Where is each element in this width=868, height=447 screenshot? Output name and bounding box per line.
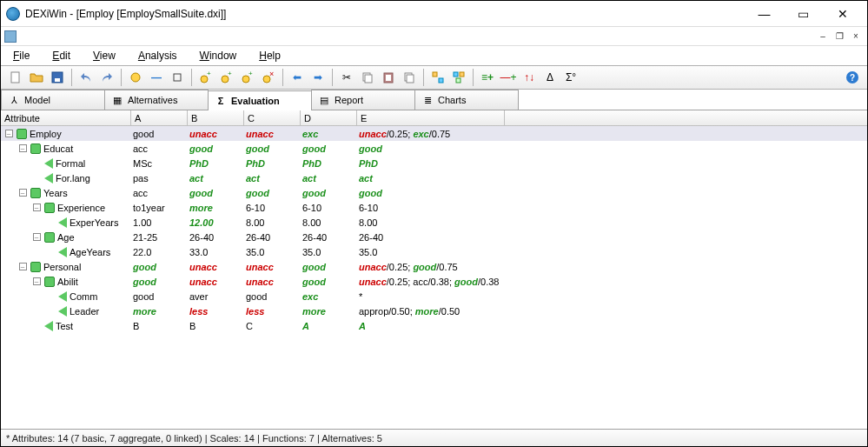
value-cell[interactable]: unacc (188, 262, 244, 272)
value-cell[interactable]: 22.0 (131, 247, 188, 257)
mdi-minimize-button[interactable]: – (815, 30, 831, 43)
value-cell[interactable]: act (301, 173, 357, 183)
header-E[interactable]: E (357, 110, 505, 125)
value-cell[interactable]: 8.00 (357, 217, 505, 228)
value-cell[interactable]: good (244, 188, 301, 198)
header-attribute[interactable]: Attribute (1, 110, 131, 125)
value-cell[interactable]: unacc (188, 277, 244, 287)
attribute-cell[interactable]: AgeYears (1, 246, 131, 258)
help-icon[interactable]: ? (843, 68, 862, 87)
value-cell[interactable]: good (131, 129, 188, 139)
minimize-button[interactable]: — (745, 2, 784, 26)
value-cell[interactable]: act (357, 173, 505, 183)
save-icon[interactable] (48, 68, 67, 87)
add-sibling-before-icon[interactable]: + (196, 68, 215, 87)
collapse-toggle-icon[interactable]: – (33, 233, 41, 241)
value-cell[interactable]: good (131, 262, 188, 272)
tab-charts[interactable]: ≣ Charts (414, 90, 519, 110)
new-icon[interactable] (6, 68, 25, 87)
value-cell[interactable]: 8.00 (244, 217, 301, 228)
attribute-cell[interactable]: –Personal (1, 261, 131, 273)
menu-window[interactable]: Window (195, 48, 242, 63)
value-cell[interactable]: 35.0 (301, 247, 357, 257)
value-cell[interactable]: 6-10 (357, 203, 505, 213)
menu-edit[interactable]: Edit (47, 48, 76, 63)
attribute-cell[interactable]: Formal (1, 157, 131, 170)
table-row[interactable]: Leadermorelesslessmoreapprop/0.50; more/… (1, 304, 867, 318)
collapse-toggle-icon[interactable]: – (19, 144, 27, 152)
redo-icon[interactable] (97, 68, 116, 87)
table-row[interactable]: ExperYears1.0012.008.008.008.00 (1, 215, 867, 230)
collapse-toggle-icon[interactable]: – (33, 203, 41, 211)
value-cell[interactable]: PhD (301, 158, 357, 169)
value-cell[interactable]: 26-40 (188, 232, 244, 243)
attribute-cell[interactable]: –Employ (1, 128, 131, 140)
table-row[interactable]: –Age21-2526-4026-4026-4026-40 (1, 230, 867, 244)
value-cell[interactable]: good (188, 143, 244, 154)
attribute-cell[interactable]: ExperYears (1, 217, 131, 229)
table-row[interactable]: FormalMScPhDPhDPhDPhD (1, 156, 867, 170)
tree-collapse-icon[interactable] (428, 68, 447, 87)
collapse-toggle-icon[interactable]: – (19, 263, 27, 270)
value-cell[interactable]: unacc (244, 277, 301, 287)
duplicate-icon[interactable] (400, 68, 419, 87)
attribute-cell[interactable]: –Years (1, 187, 131, 199)
table-row[interactable]: AgeYears22.033.035.035.035.0 (1, 244, 867, 259)
header-D[interactable]: D (301, 110, 357, 125)
value-cell[interactable]: more (188, 203, 244, 213)
value-cell[interactable]: unacc/0.25; acc/0.38; good/0.38 (357, 277, 505, 287)
value-cell[interactable]: B (131, 321, 188, 331)
value-cell[interactable]: 35.0 (357, 247, 505, 257)
value-cell[interactable]: acc (131, 188, 188, 198)
value-cell[interactable]: 26-40 (301, 232, 357, 243)
header-B[interactable]: B (188, 110, 244, 125)
attribute-cell[interactable]: Comm (1, 290, 131, 303)
value-cell[interactable]: C (244, 321, 301, 331)
value-cell[interactable]: approp/0.50; more/0.50 (357, 306, 505, 317)
value-cell[interactable]: good (188, 188, 244, 198)
value-cell[interactable]: good (301, 143, 357, 154)
arrow-left-icon[interactable]: ⬅ (288, 68, 307, 87)
cut-icon[interactable]: ✂ (337, 68, 356, 87)
table-row[interactable]: –Personalgoodunaccunaccgoodunacc/0.25; g… (1, 259, 867, 274)
grid-body[interactable]: –Employgoodunaccunaccexcunacc/0.25; exc/… (1, 126, 867, 429)
arrow-right-icon[interactable]: ➡ (308, 68, 328, 87)
value-cell[interactable]: good (301, 277, 357, 287)
sigma-icon[interactable]: Σ° (561, 68, 580, 87)
attribute-cell[interactable]: –Age (1, 231, 131, 244)
add-sibling-after-icon[interactable]: + (217, 68, 236, 87)
value-cell[interactable]: pas (131, 173, 188, 183)
value-cell[interactable]: unacc (244, 262, 301, 272)
value-cell[interactable]: 6-10 (244, 203, 301, 213)
collapse-all-icon[interactable]: ≡+ (478, 68, 497, 87)
table-row[interactable]: –Abilitgoodunaccunaccgoodunacc/0.25; acc… (1, 274, 867, 289)
value-cell[interactable]: acc (131, 143, 188, 154)
table-row[interactable]: Commgoodavergoodexc* (1, 289, 867, 304)
table-row[interactable]: –Experienceto1yearmore6-106-106-10 (1, 200, 867, 215)
value-cell[interactable]: exc (301, 129, 357, 139)
tab-model[interactable]: ⅄ Model (1, 90, 105, 110)
value-cell[interactable]: good (131, 277, 188, 287)
value-cell[interactable]: 26-40 (357, 232, 505, 243)
node-box-icon[interactable] (168, 68, 187, 87)
value-cell[interactable]: PhD (188, 158, 244, 169)
value-cell[interactable]: less (188, 306, 244, 317)
value-cell[interactable]: unacc/0.25; exc/0.75 (357, 129, 505, 139)
node-circle-icon[interactable] (126, 68, 145, 87)
attribute-cell[interactable]: Leader (1, 305, 131, 317)
expand-minus-icon[interactable]: —+ (499, 68, 518, 87)
value-cell[interactable]: good (301, 188, 357, 198)
value-cell[interactable]: MSc (131, 158, 188, 169)
attribute-cell[interactable]: Test (1, 320, 131, 332)
attribute-cell[interactable]: For.lang (1, 172, 131, 184)
sort-icon[interactable]: ↑↓ (520, 68, 539, 87)
value-cell[interactable]: 1.00 (131, 217, 188, 228)
value-cell[interactable]: 35.0 (244, 247, 301, 257)
table-row[interactable]: For.langpasactactactact (1, 170, 867, 185)
value-cell[interactable]: act (188, 173, 244, 183)
tab-evaluation[interactable]: Σ Evaluation (208, 90, 312, 110)
attribute-cell[interactable]: –Educat (1, 143, 131, 155)
collapse-toggle-icon[interactable]: – (19, 189, 27, 197)
value-cell[interactable]: exc (301, 291, 357, 302)
header-C[interactable]: C (244, 110, 301, 125)
